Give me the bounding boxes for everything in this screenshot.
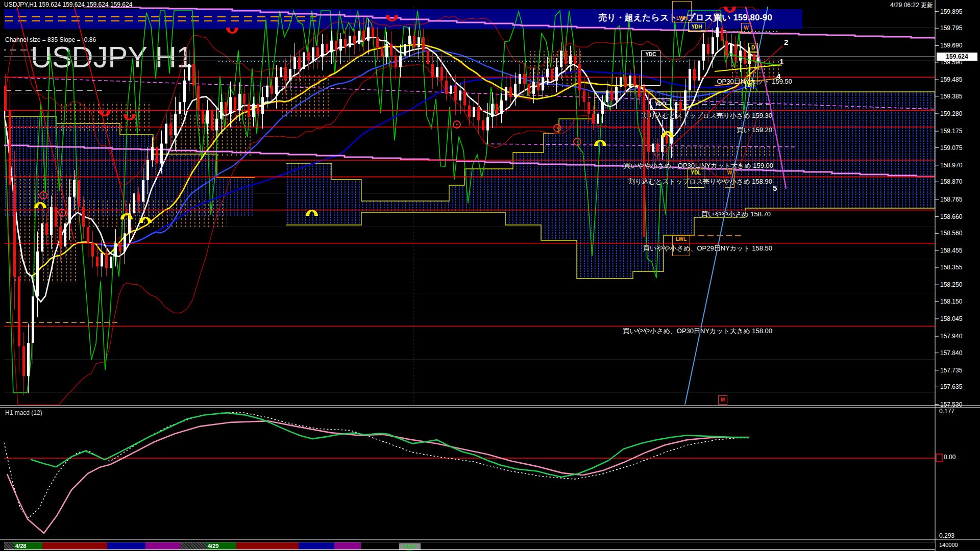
price-tick: 158.455 — [940, 247, 962, 254]
trade-annotation: 買いやや小さめ、OP29日NYカット 158.50 — [643, 244, 772, 253]
volume-scale-label: 140000 — [939, 542, 958, 548]
session-segment — [145, 542, 180, 549]
mt4-chart-window: USDJPY H1 USDJPY,H1 159.624 159.624 159.… — [0, 0, 980, 551]
price-tick: 158.355 — [940, 264, 962, 271]
price-tick: 159.175 — [940, 128, 962, 135]
main-chart-area — [0, 0, 980, 405]
price-tick: 157.840 — [940, 349, 962, 357]
chart-canvas[interactable]: USDJPY H1 — [0, 0, 980, 551]
price-tick: 158.560 — [940, 230, 962, 237]
price-tick: 158.870 — [940, 178, 962, 185]
macd-panel-label: H1 macd (12) — [5, 409, 42, 416]
session-segment — [334, 542, 361, 549]
level-box-w: W — [725, 169, 734, 188]
level-box-ydo: YDO — [650, 98, 671, 110]
trade-annotation: 買い 159.20 — [737, 126, 772, 135]
price-tick: 157.940 — [940, 333, 962, 340]
price-tick: 158.660 — [940, 213, 962, 220]
price-tick: 158.765 — [940, 196, 962, 203]
wave-number-2: 2 — [784, 38, 788, 46]
price-tick: 158.970 — [940, 162, 962, 169]
price-tick: 159.895 — [940, 8, 962, 15]
price-tick: 157.735 — [940, 367, 962, 374]
level-box-ydc: YDC — [641, 51, 660, 86]
price-tick: 158.250 — [940, 281, 962, 288]
session-segment — [180, 542, 207, 549]
level-box-ydl: YDL — [688, 169, 704, 188]
price-tick: 159.795 — [940, 24, 962, 32]
level-box-w: W — [741, 23, 751, 33]
price-tick: 159.075 — [940, 144, 962, 152]
level-box-lwh: LWH — [672, 1, 692, 22]
macd-max-label: 0.177 — [939, 408, 954, 415]
price-tick: 159.280 — [940, 110, 962, 117]
session-date-label: 4/29 — [208, 543, 218, 549]
session-segment — [236, 542, 299, 549]
level-box-m: M — [718, 395, 727, 405]
wave-number-1: 1 — [779, 57, 783, 66]
trade-annotation: 買いやや小さめ、OP30日NYカット大きめ 158.00 — [623, 327, 772, 336]
trade-annotation: 割り込むとストップロス売り小さめ 159.30 — [642, 111, 772, 120]
macd-zero-label: 0.00 — [944, 454, 955, 461]
level-box-lwl: LWL — [672, 235, 690, 256]
wave-number-4: 4 — [776, 72, 780, 81]
price-tick: 157.530 — [940, 401, 962, 408]
trade-annotation: 買いやや小さめ 158.70 — [701, 210, 771, 219]
session-segment — [42, 542, 107, 549]
session-segment — [299, 542, 334, 549]
price-tick: 158.150 — [940, 298, 962, 305]
session-date-label: 4/28 — [15, 543, 26, 549]
price-tick: 159.690 — [940, 42, 962, 49]
level-box-d: D — [745, 81, 754, 89]
session-segment: 4/28 — [14, 542, 42, 549]
level-box-ydh: YDH — [688, 22, 705, 32]
price-tick: 159.485 — [940, 76, 962, 83]
channel-info-label: Channel size = 835 Slope = -0.86 — [5, 36, 96, 43]
session-segment — [4, 542, 14, 549]
price-tick: 159.385 — [940, 93, 962, 100]
macd-toggle-chip[interactable]: macd ON — [399, 543, 421, 549]
last-update-time: 4/29 06:22 更新 — [890, 1, 933, 10]
current-price-badge: 159.624 — [937, 53, 977, 61]
price-tick: 158.045 — [940, 315, 962, 322]
session-segment — [107, 542, 145, 549]
symbol-ohlc-line: USDJPY,H1 159.624 159.624 159.624 159.62… — [4, 1, 132, 8]
session-volume-bar: 4/284/29 — [4, 542, 935, 550]
macd-min-label: -0.293 — [937, 532, 954, 539]
macd-panel — [4, 413, 935, 534]
session-segment: 4/29 — [207, 542, 236, 549]
wave-number-5: 5 — [773, 184, 777, 192]
price-tick: 157.635 — [940, 383, 962, 390]
